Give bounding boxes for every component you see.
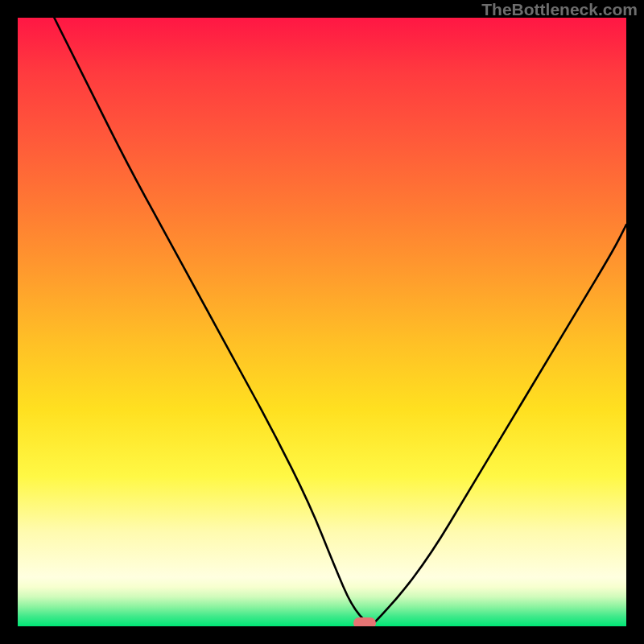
plot-area [18,18,626,626]
chart-frame: TheBottleneck.com [0,0,644,644]
watermark-text: TheBottleneck.com [481,0,638,19]
optimal-point-marker [353,617,376,626]
bottleneck-curve [18,18,626,626]
